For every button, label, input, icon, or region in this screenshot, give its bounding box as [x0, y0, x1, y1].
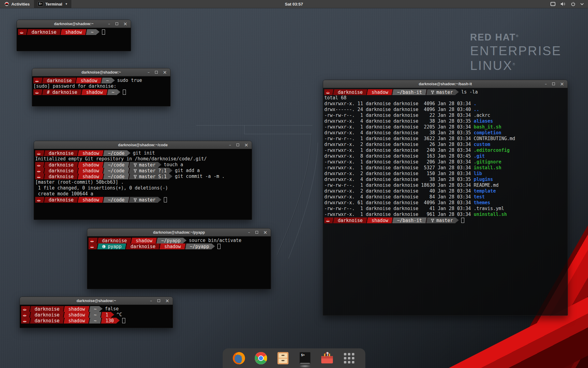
terminal-content[interactable]: darknoiseshadow~falsedarknoiseshadow~1^C…	[20, 305, 173, 328]
prompt-segment-label: shadow	[81, 78, 97, 83]
registered-mark: ®	[516, 34, 519, 38]
close-button[interactable]: ×	[165, 298, 169, 303]
prompt-segment-label: ~	[106, 78, 109, 83]
terminal-content[interactable]: darknoiseshadow~/pyappsource bin/activat…	[87, 236, 271, 289]
screen-icon[interactable]	[550, 2, 556, 6]
close-button[interactable]: ×	[244, 143, 248, 148]
prompt-segment: shadow	[66, 312, 87, 318]
volume-icon[interactable]	[560, 2, 566, 6]
terminal-content[interactable]: darknoiseshadow~	[17, 28, 131, 51]
maximize-button[interactable]	[552, 82, 555, 85]
powerline-separator-icon	[124, 243, 128, 249]
close-button[interactable]: ×	[560, 82, 564, 86]
prompt-segment: darknoise	[32, 306, 62, 312]
minimize-button[interactable]: –	[108, 22, 110, 26]
clock[interactable]: Sat 03:57	[0, 2, 588, 6]
dock-item-chrome[interactable]	[254, 351, 268, 365]
prompt-segment: ~	[91, 312, 99, 318]
file-name: install.sh	[474, 165, 501, 171]
redhat-icon	[37, 152, 41, 155]
prompt-segment-label: master S:1	[139, 174, 167, 179]
maximize-button[interactable]	[115, 22, 118, 25]
prompt-segment: darknoise	[128, 243, 158, 249]
chevron-down-icon[interactable]	[580, 3, 584, 5]
window-titlebar[interactable]: darknoise@shadow:~–×	[32, 68, 170, 76]
git-branch-icon	[134, 169, 137, 173]
powerline-separator-icon	[155, 238, 159, 243]
window-titlebar[interactable]: darknoise@shadow:~/code–×	[34, 141, 252, 149]
terminal-text: [sudo] password for darknoise:	[33, 83, 116, 89]
window-controls: –×	[150, 298, 173, 303]
terminal-content[interactable]: darknoiseshadow~sudo true[sudo] password…	[32, 76, 170, 106]
powerline-arrow-icon	[169, 168, 172, 173]
window-titlebar[interactable]: darknoise@shadow:~/pyapp–×	[87, 228, 271, 236]
terminal-text: -rw-rw-r--. 1 darknoise darknoise 3622 J…	[324, 136, 515, 142]
dock: $>	[223, 348, 365, 368]
prompt-segment-label: master ?:1	[139, 168, 167, 174]
redhat-icon	[37, 169, 41, 172]
git-branch-icon	[134, 174, 137, 179]
powerline-separator-icon	[99, 312, 103, 318]
prompt-segment-label: ~/bash-it	[397, 218, 422, 223]
terminal-line: darknoiseshadow~/bash-itmasterls -la	[324, 89, 566, 95]
activities-button[interactable]: Activities	[0, 0, 34, 8]
maximize-button[interactable]	[255, 231, 258, 234]
powerline-separator-icon	[101, 168, 105, 174]
dock-item-files[interactable]	[276, 351, 290, 365]
window-titlebar[interactable]: darknoise@shadow:~–×	[20, 297, 173, 305]
prompt-segment-label: shadow	[68, 318, 85, 324]
terminal-content[interactable]: darknoiseshadow~/codegit initInitialized…	[34, 149, 252, 220]
minimize-button[interactable]: –	[150, 299, 152, 303]
prompt-segment: ~/pyapp	[187, 243, 212, 249]
power-icon[interactable]	[571, 2, 575, 6]
terminal-content[interactable]: darknoiseshadow~/bash-itmasterls -latota…	[323, 88, 567, 315]
terminal-text: drwxrwxr-x. 2 darknoise darknoise 150 Ja…	[324, 171, 474, 177]
minimize-button[interactable]: –	[248, 230, 250, 234]
chevron-down-icon: ▼	[65, 2, 68, 6]
minimize-button[interactable]: –	[229, 143, 231, 147]
terminal-line: -rwxrwxr-x. 1 darknoise darknoise 961 Ja…	[324, 212, 566, 217]
redhat-icon	[90, 245, 94, 248]
powerline-separator-icon	[76, 174, 80, 179]
prompt-segment-label: darknoise	[47, 78, 72, 83]
close-button[interactable]: ×	[263, 230, 267, 235]
dock-item-terminal[interactable]: $>	[298, 351, 312, 365]
close-button[interactable]: ×	[123, 21, 127, 26]
prompt-segment-label: ~	[112, 90, 115, 95]
prompt-segment-icon	[89, 238, 96, 243]
terminal-window-1: darknoise@shadow:~–×darknoiseshadow~	[17, 20, 131, 51]
prompt-segment-icon	[89, 243, 96, 249]
window-titlebar[interactable]: darknoise@shadow:~/bash-it–×	[323, 80, 567, 88]
dock-item-app-grid[interactable]	[342, 351, 356, 365]
prompt-segment: pyapp	[100, 243, 124, 249]
prompt-segment-label: ~	[94, 306, 96, 312]
powerline-separator-icon	[84, 29, 88, 35]
maximize-button[interactable]	[157, 299, 160, 302]
minimize-button[interactable]: –	[148, 70, 150, 74]
window-titlebar[interactable]: darknoise@shadow:~–×	[17, 20, 131, 28]
prompt-segment-label: darknoise	[338, 90, 363, 95]
prompt-segment: shadow	[66, 318, 87, 324]
terminal-text: Initialized empty Git repository in /hom…	[35, 156, 207, 162]
prompt-segment-label: darknoise	[49, 197, 74, 203]
prompt-segment-icon	[35, 162, 42, 168]
prompt-segment-label: ~/bash-it	[397, 90, 422, 95]
maximize-button[interactable]	[236, 144, 239, 146]
maximize-button[interactable]	[155, 71, 158, 74]
prompt-segment-label: shadow	[82, 168, 99, 174]
prompt-segment: shadow	[80, 168, 101, 174]
prompt-segment-label: shadow	[82, 151, 99, 156]
powerline-separator-icon	[100, 78, 104, 83]
terminal-app-menu[interactable]: $> Terminal ▼	[34, 0, 71, 8]
prompt-segment: ~/bash-it	[394, 217, 424, 223]
powerline-separator-icon	[183, 243, 187, 249]
minimize-button[interactable]: –	[545, 82, 547, 86]
prompt-segment-icon	[21, 306, 28, 312]
prompt-segment: ~	[91, 306, 99, 312]
prompt-segment-label: ~	[94, 318, 96, 324]
dock-item-firefox[interactable]	[232, 351, 246, 365]
prompt-segment-label: ~/code	[108, 162, 124, 168]
dock-item-toolbox[interactable]	[320, 351, 334, 365]
close-button[interactable]: ×	[163, 70, 167, 75]
prompt-segment: ~	[104, 78, 111, 83]
